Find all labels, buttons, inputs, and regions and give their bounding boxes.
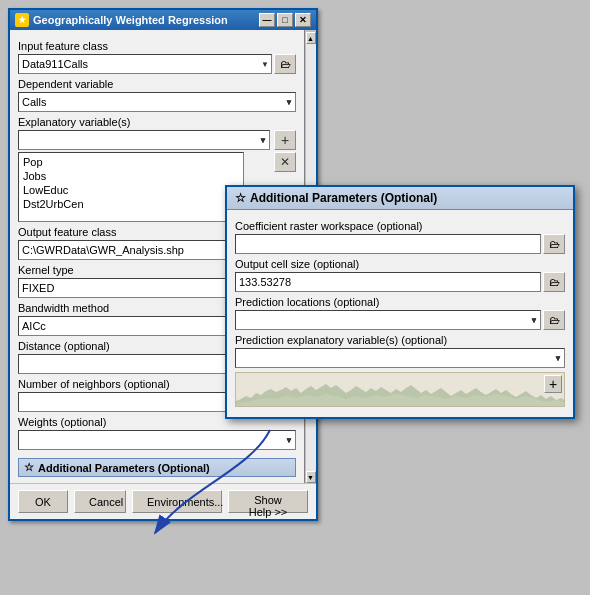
prediction-locations-row: ▼ 🗁 bbox=[235, 310, 565, 330]
scroll-down-button[interactable]: ▼ bbox=[306, 471, 316, 483]
coeff-raster-label: Coefficient raster workspace (optional) bbox=[235, 220, 565, 232]
prediction-locations-wrapper: ▼ bbox=[235, 310, 541, 330]
terrain-visualization: + bbox=[235, 372, 565, 407]
dependent-variable-wrapper: ▼ bbox=[18, 92, 296, 112]
list-item[interactable]: Pop bbox=[23, 155, 239, 169]
additional-section-label: Additional Parameters (Optional) bbox=[38, 462, 210, 474]
cancel-button[interactable]: Cancel bbox=[74, 490, 126, 513]
prediction-explanatory-input[interactable] bbox=[235, 348, 565, 368]
output-cell-size-browse[interactable]: 🗁 bbox=[543, 272, 565, 292]
prediction-locations-label: Prediction locations (optional) bbox=[235, 296, 565, 308]
dependent-variable-input[interactable] bbox=[18, 92, 296, 112]
explanatory-input-row: ▼ bbox=[18, 130, 270, 150]
window-title: Geographically Weighted Regression bbox=[33, 14, 228, 26]
list-buttons: + ✕ bbox=[274, 130, 296, 172]
prediction-locations-input[interactable] bbox=[235, 310, 541, 330]
output-cell-size-label: Output cell size (optional) bbox=[235, 258, 565, 270]
list-item[interactable]: Jobs bbox=[23, 169, 239, 183]
ok-button[interactable]: OK bbox=[18, 490, 68, 513]
additional-params-title: Additional Parameters (Optional) bbox=[250, 191, 437, 205]
prediction-locations-browse[interactable]: 🗁 bbox=[543, 310, 565, 330]
plus-terrain-btn[interactable]: + bbox=[544, 375, 562, 393]
coeff-raster-input[interactable] bbox=[235, 234, 541, 254]
prediction-explanatory-label: Prediction explanatory variable(s) (opti… bbox=[235, 334, 565, 346]
popup-arrow-icon: ☆ bbox=[235, 191, 246, 205]
list-item[interactable]: LowEduc bbox=[23, 183, 239, 197]
additional-params-window: ☆ Additional Parameters (Optional) Coeff… bbox=[225, 185, 575, 419]
add-variable-button[interactable]: + bbox=[274, 130, 296, 150]
output-cell-size-input[interactable] bbox=[235, 272, 541, 292]
input-feature-class-wrapper bbox=[18, 54, 272, 74]
terrain-svg bbox=[236, 372, 565, 406]
title-bar: ★ Geographically Weighted Regression — □… bbox=[10, 10, 316, 30]
coeff-raster-browse[interactable]: 🗁 bbox=[543, 234, 565, 254]
weights-input[interactable] bbox=[18, 430, 296, 450]
weights-row: ▼ bbox=[18, 430, 296, 450]
explanatory-variables-label: Explanatory variable(s) bbox=[18, 116, 296, 128]
prediction-explanatory-row: ▼ bbox=[235, 348, 565, 368]
environments-button[interactable]: Environments... bbox=[132, 490, 222, 513]
additional-params-header: ☆ Additional Parameters (Optional) bbox=[227, 187, 573, 210]
weights-wrapper: ▼ bbox=[18, 430, 296, 450]
explanatory-input-wrapper: ▼ bbox=[18, 130, 270, 150]
dependent-variable-row: ▼ bbox=[18, 92, 296, 112]
explanatory-variable-input[interactable] bbox=[18, 130, 270, 150]
dependent-variable-label: Dependent variable bbox=[18, 78, 296, 90]
show-help-button[interactable]: Show Help >> bbox=[228, 490, 308, 513]
prediction-explanatory-wrapper: ▼ bbox=[235, 348, 565, 368]
coeff-raster-row: 🗁 bbox=[235, 234, 565, 254]
remove-variable-button[interactable]: ✕ bbox=[274, 152, 296, 172]
section-arrow-icon: ☆ bbox=[24, 461, 34, 474]
input-feature-class-input[interactable] bbox=[18, 54, 272, 74]
input-feature-class-label: Input feature class bbox=[18, 40, 296, 52]
scroll-up-button[interactable]: ▲ bbox=[306, 32, 316, 44]
output-cell-size-row: 🗁 bbox=[235, 272, 565, 292]
explanatory-list-box[interactable]: Pop Jobs LowEduc Dst2UrbCen bbox=[18, 152, 244, 222]
minimize-button[interactable]: — bbox=[259, 13, 275, 27]
app-icon: ★ bbox=[15, 13, 29, 27]
restore-button[interactable]: □ bbox=[277, 13, 293, 27]
close-button[interactable]: ✕ bbox=[295, 13, 311, 27]
list-item[interactable]: Dst2UrbCen bbox=[23, 197, 239, 211]
title-bar-buttons: — □ ✕ bbox=[259, 13, 311, 27]
input-feature-class-browse[interactable]: 🗁 bbox=[274, 54, 296, 74]
bottom-bar: OK Cancel Environments... Show Help >> bbox=[10, 483, 316, 519]
input-feature-class-row: 🗁 bbox=[18, 54, 296, 74]
additional-section-toggle[interactable]: ☆ Additional Parameters (Optional) bbox=[18, 458, 296, 477]
additional-window-body: Coefficient raster workspace (optional) … bbox=[227, 210, 573, 417]
